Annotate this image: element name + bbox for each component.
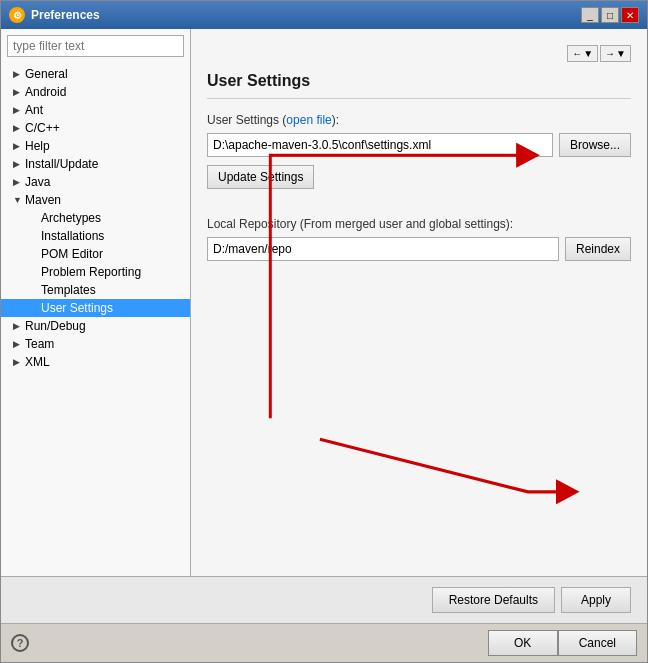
sidebar-item-label: Run/Debug <box>25 319 86 333</box>
sidebar-item-label: Templates <box>41 283 96 297</box>
sidebar-item-templates[interactable]: Templates <box>1 281 190 299</box>
sidebar-item-general[interactable]: ▶ General <box>1 65 190 83</box>
expand-arrow: ▶ <box>13 177 21 187</box>
apply-button[interactable]: Apply <box>561 587 631 613</box>
nav-toolbar: ← ▼ → ▼ <box>207 45 631 62</box>
forward-dropdown-icon: ▼ <box>616 48 626 59</box>
sidebar-item-maven[interactable]: ▼ Maven <box>1 191 190 209</box>
content-area: ▶ General ▶ Android ▶ Ant ▶ C/C++ ▶ He <box>1 29 647 576</box>
restore-defaults-button[interactable]: Restore Defaults <box>432 587 555 613</box>
sidebar-item-archetypes[interactable]: Archetypes <box>1 209 190 227</box>
sidebar-item-label: Archetypes <box>41 211 101 225</box>
sidebar-item-android[interactable]: ▶ Android <box>1 83 190 101</box>
minimize-button[interactable]: _ <box>581 7 599 23</box>
open-file-link[interactable]: open file <box>286 113 331 127</box>
expand-arrow: ▶ <box>13 339 21 349</box>
window-title: Preferences <box>31 8 100 22</box>
sidebar-item-xml[interactable]: ▶ XML <box>1 353 190 371</box>
sidebar-item-pom-editor[interactable]: POM Editor <box>1 245 190 263</box>
close-button[interactable]: ✕ <box>621 7 639 23</box>
local-repo-path-input[interactable] <box>207 237 559 261</box>
sidebar-item-label: Java <box>25 175 50 189</box>
reindex-button[interactable]: Reindex <box>565 237 631 261</box>
bottom-buttons-row: Restore Defaults Apply <box>1 576 647 623</box>
sidebar-item-label: POM Editor <box>41 247 103 261</box>
user-settings-section-label: User Settings (open file): <box>207 113 631 127</box>
sidebar: ▶ General ▶ Android ▶ Ant ▶ C/C++ ▶ He <box>1 29 191 576</box>
sidebar-item-label: Installations <box>41 229 104 243</box>
sidebar-item-user-settings[interactable]: User Settings <box>1 299 190 317</box>
sidebar-item-label: Ant <box>25 103 43 117</box>
ok-cancel-row: ? OK Cancel <box>1 623 647 662</box>
expand-arrow: ▶ <box>13 69 21 79</box>
expand-arrow: ▶ <box>13 105 21 115</box>
main-panel: ← ▼ → ▼ User Settings User Settings (ope… <box>191 29 647 576</box>
expand-arrow: ▶ <box>13 321 21 331</box>
sidebar-item-cpp[interactable]: ▶ C/C++ <box>1 119 190 137</box>
sidebar-item-java[interactable]: ▶ Java <box>1 173 190 191</box>
forward-icon: → <box>605 48 615 59</box>
settings-path-row: Browse... <box>207 133 631 157</box>
annotation-arrows <box>191 29 647 576</box>
back-button[interactable]: ← ▼ <box>567 45 598 62</box>
forward-button[interactable]: → ▼ <box>600 45 631 62</box>
expand-arrow: ▶ <box>13 87 21 97</box>
local-repo-label: Local Repository (From merged user and g… <box>207 217 631 231</box>
title-bar: ⚙ Preferences _ □ ✕ <box>1 1 647 29</box>
tree-area: ▶ General ▶ Android ▶ Ant ▶ C/C++ ▶ He <box>1 63 190 576</box>
sidebar-item-problem-reporting[interactable]: Problem Reporting <box>1 263 190 281</box>
maximize-button[interactable]: □ <box>601 7 619 23</box>
expand-arrow: ▼ <box>13 195 21 205</box>
sidebar-item-label: Team <box>25 337 54 351</box>
back-icon: ← <box>572 48 582 59</box>
help-button[interactable]: ? <box>11 634 29 652</box>
sidebar-item-label: Problem Reporting <box>41 265 141 279</box>
expand-arrow: ▶ <box>13 357 21 367</box>
sidebar-item-label: Install/Update <box>25 157 98 171</box>
user-settings-label-text: User Settings ( <box>207 113 286 127</box>
sidebar-item-label: XML <box>25 355 50 369</box>
sidebar-item-help[interactable]: ▶ Help <box>1 137 190 155</box>
sidebar-item-label: Help <box>25 139 50 153</box>
browse-button[interactable]: Browse... <box>559 133 631 157</box>
expand-arrow: ▶ <box>13 159 21 169</box>
expand-arrow: ▶ <box>13 141 21 151</box>
filter-input[interactable] <box>7 35 184 57</box>
local-repo-section: Local Repository (From merged user and g… <box>207 217 631 269</box>
sidebar-item-install-update[interactable]: ▶ Install/Update <box>1 155 190 173</box>
local-repo-row: Reindex <box>207 237 631 261</box>
sidebar-item-ant[interactable]: ▶ Ant <box>1 101 190 119</box>
ok-button[interactable]: OK <box>488 630 558 656</box>
user-settings-label-end: ): <box>332 113 339 127</box>
title-buttons: _ □ ✕ <box>581 7 639 23</box>
settings-path-input[interactable] <box>207 133 553 157</box>
sidebar-item-installations[interactable]: Installations <box>1 227 190 245</box>
window-icon: ⚙ <box>9 7 25 23</box>
expand-arrow: ▶ <box>13 123 21 133</box>
update-settings-button[interactable]: Update Settings <box>207 165 314 189</box>
sidebar-item-run-debug[interactable]: ▶ Run/Debug <box>1 317 190 335</box>
sidebar-item-team[interactable]: ▶ Team <box>1 335 190 353</box>
preferences-window: ⚙ Preferences _ □ ✕ ▶ General ▶ Android <box>0 0 648 663</box>
title-bar-left: ⚙ Preferences <box>9 7 100 23</box>
sidebar-item-label: Android <box>25 85 66 99</box>
panel-title: User Settings <box>207 72 631 99</box>
update-settings-row: Update Settings <box>207 165 631 189</box>
sidebar-item-label: User Settings <box>41 301 113 315</box>
sidebar-item-label: Maven <box>25 193 61 207</box>
cancel-button[interactable]: Cancel <box>558 630 637 656</box>
sidebar-item-label: General <box>25 67 68 81</box>
sidebar-item-label: C/C++ <box>25 121 60 135</box>
back-dropdown-icon: ▼ <box>583 48 593 59</box>
